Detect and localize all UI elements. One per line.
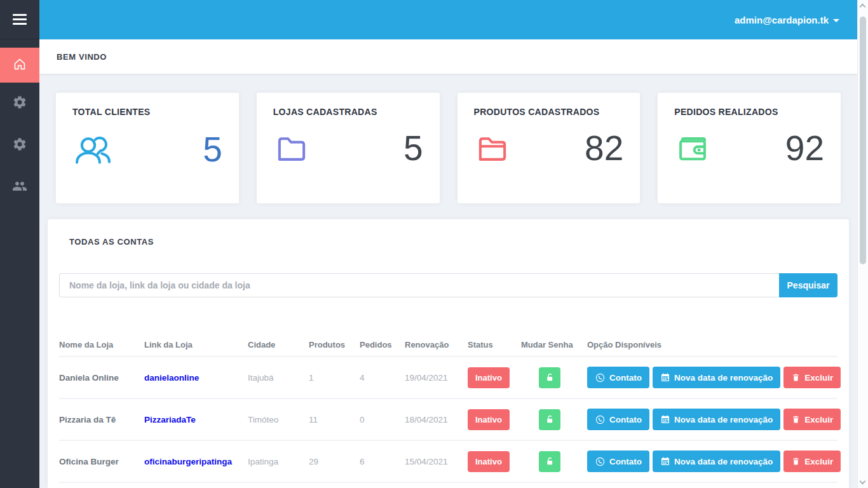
stat-label: LOJAS CADASTRADAS (273, 107, 423, 117)
column-header-status: Status (468, 340, 521, 349)
table-row: Oficina Burger oficinaburgeripatinga Ipa… (59, 441, 837, 483)
store-renewal-date: 18/04/2021 (405, 415, 468, 424)
stat-card-pedidos-realizados: PEDIDOS REALIZADOS 92 (658, 93, 841, 203)
folder-line-icon (474, 132, 511, 166)
whatsapp-icon (595, 456, 606, 467)
store-name: Pizzaria da Tê (59, 415, 144, 424)
scroll-down-arrow-icon[interactable] (860, 478, 866, 485)
user-email: admin@cardapion.tk (735, 15, 829, 25)
status-badge[interactable]: Inativo (468, 409, 510, 430)
change-password-button[interactable] (539, 451, 560, 472)
hamburger-icon (13, 14, 27, 16)
wallet-icon (674, 132, 711, 166)
store-name: Oficina Burger (59, 457, 144, 466)
table-row: Daniela Online danielaonline Itajubá 1 4… (59, 357, 837, 399)
row-actions: Contato Nova data de renovação Excluir (587, 367, 841, 388)
chevron-down-icon (833, 19, 839, 22)
stat-label: PRODUTOS CADASTRADOS (474, 107, 624, 117)
unlock-icon (544, 372, 555, 383)
store-orders: 4 (360, 373, 405, 383)
delete-button[interactable]: Excluir (783, 451, 841, 472)
main-content: TOTAL CLIENTES 5 LOJAS CADASTRADAS (39, 74, 857, 488)
gear-icon (12, 137, 27, 154)
store-orders: 0 (360, 415, 405, 424)
accounts-panel: TODAS AS CONTAS Pesquisar Nome da Loja L… (48, 219, 849, 488)
breadcrumb-band: BEM VINDO (39, 39, 857, 74)
trash-icon (791, 414, 801, 424)
search-group: Pesquisar (59, 273, 837, 297)
unlock-icon (544, 414, 555, 425)
store-renewal-date: 19/04/2021 (405, 373, 468, 383)
calendar-icon (660, 414, 670, 424)
change-password-button[interactable] (539, 367, 560, 388)
contact-button[interactable]: Contato (587, 409, 649, 430)
stat-value: 82 (585, 131, 623, 166)
menu-toggle-button[interactable] (13, 14, 27, 25)
column-header-city: Cidade (248, 340, 309, 349)
scrollbar-thumb[interactable] (860, 17, 866, 264)
row-actions: Contato Nova data de renovação Excluir (587, 451, 841, 472)
column-header-link: Link da Loja (144, 340, 248, 349)
renew-date-button[interactable]: Nova data de renovação (653, 451, 780, 472)
accounts-panel-title: TODAS AS CONTAS (69, 237, 837, 247)
search-button[interactable]: Pesquisar (779, 273, 837, 297)
store-orders: 6 (360, 457, 405, 466)
gear-icon (12, 95, 27, 112)
accounts-table: Nome da Loja Link da Loja Cidade Produto… (59, 333, 837, 483)
stat-label: PEDIDOS REALIZADOS (674, 107, 824, 117)
store-link[interactable]: PizzariadaTe (144, 415, 248, 424)
scroll-up-arrow-icon[interactable] (860, 4, 866, 10)
status-badge[interactable]: Inativo (468, 367, 510, 388)
sidebar-menu (0, 39, 39, 208)
status-badge[interactable]: Inativo (468, 451, 510, 472)
column-header-password: Mudar Senha (521, 340, 587, 349)
row-actions: Contato Nova data de renovação Excluir (587, 409, 841, 430)
stat-value: 5 (403, 131, 423, 166)
whatsapp-icon (595, 414, 606, 425)
user-menu-button[interactable]: admin@cardapion.tk (735, 15, 839, 25)
store-link[interactable]: danielaonline (144, 373, 248, 383)
contact-button[interactable]: Contato (587, 451, 649, 472)
column-header-options: Opção Disponíveis (587, 340, 837, 349)
store-products: 29 (309, 457, 360, 466)
stat-card-total-clientes: TOTAL CLIENTES 5 (56, 93, 239, 203)
store-name: Daniela Online (59, 373, 144, 383)
sidebar-item-settings-1[interactable] (0, 83, 39, 125)
column-header-renewal: Renovação (405, 340, 468, 349)
store-city: Timóteo (248, 415, 309, 424)
folder-icon (273, 132, 310, 166)
store-products: 11 (309, 415, 360, 424)
whatsapp-icon (595, 372, 606, 383)
calendar-icon (660, 372, 670, 383)
calendar-icon (660, 456, 670, 466)
sidebar-header (0, 0, 39, 39)
delete-button[interactable]: Excluir (783, 409, 841, 430)
renew-date-button[interactable]: Nova data de renovação (653, 409, 780, 430)
sidebar-item-home[interactable] (0, 48, 39, 83)
trash-icon (791, 456, 801, 466)
unlock-icon (544, 456, 555, 467)
stat-card-produtos-cadastrados: PRODUTOS CADASTRADOS 82 (458, 93, 641, 203)
home-icon (12, 57, 27, 74)
sidebar-item-settings-2[interactable] (0, 125, 39, 166)
store-renewal-date: 15/04/2021 (405, 457, 468, 466)
store-link[interactable]: oficinaburgeripatinga (144, 457, 248, 466)
delete-button[interactable]: Excluir (783, 367, 841, 388)
sidebar-item-users[interactable] (0, 166, 39, 208)
change-password-button[interactable] (539, 409, 560, 430)
page-title: BEM VINDO (57, 52, 107, 62)
search-input[interactable] (59, 273, 779, 297)
vertical-scrollbar[interactable] (857, 0, 868, 488)
contact-button[interactable]: Contato (587, 367, 649, 388)
trash-icon (791, 372, 801, 383)
store-products: 1 (309, 373, 360, 383)
store-city: Ipatinga (248, 457, 309, 466)
column-header-name: Nome da Loja (59, 340, 144, 349)
sidebar (0, 0, 39, 488)
column-header-products: Produtos (309, 340, 360, 349)
column-header-orders: Pedidos (360, 340, 405, 349)
renew-date-button[interactable]: Nova data de renovação (653, 367, 780, 388)
stat-value: 92 (785, 131, 824, 166)
stat-card-lojas-cadastradas: LOJAS CADASTRADAS 5 (257, 93, 440, 203)
store-city: Itajubá (248, 373, 309, 383)
